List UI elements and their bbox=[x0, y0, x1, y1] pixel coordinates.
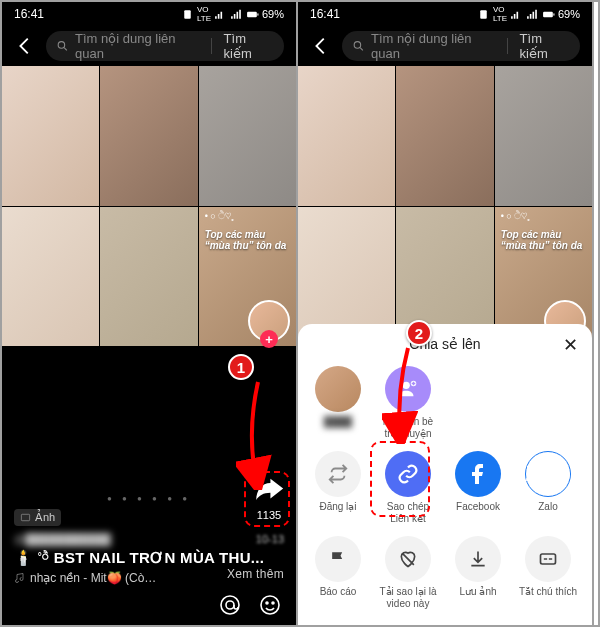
back-icon[interactable] bbox=[310, 35, 332, 57]
copy-link-label: Sao chép Liên kết bbox=[378, 501, 438, 524]
carousel-dots: ● ● ● ● ● ● bbox=[14, 494, 284, 503]
copy-link-item[interactable]: Sao chép Liên kết bbox=[378, 451, 438, 524]
share-sheet: Chia sẻ lên ✕ ████ Mời bạn bè trò chuyện… bbox=[298, 324, 592, 625]
audio-track[interactable]: nhạc nền - Mit🍑 (Cò… bbox=[14, 571, 227, 585]
status-time: 16:41 bbox=[310, 7, 340, 21]
signal-icon-2 bbox=[230, 8, 243, 21]
download-icon bbox=[455, 536, 501, 582]
duet-item[interactable]: Duet bbox=[588, 536, 592, 609]
annotation-badge-2: 2 bbox=[406, 320, 432, 346]
signal-icon bbox=[510, 8, 523, 21]
svg-point-13 bbox=[354, 42, 361, 49]
not-interested-label: Tắt chú thích bbox=[519, 586, 577, 598]
collage-tile bbox=[100, 66, 197, 206]
svg-rect-2 bbox=[257, 13, 258, 15]
phone-screenshot-left: 16:41 VOLTE 69% Tìm nội dung liên quan T… bbox=[2, 2, 298, 625]
share-contact-item[interactable]: ████ bbox=[308, 366, 368, 439]
facebook-label: Facebook bbox=[456, 501, 500, 513]
annotation-badge-1: 1 bbox=[228, 354, 254, 380]
battery-icon bbox=[246, 8, 259, 21]
svg-rect-1 bbox=[247, 11, 257, 16]
collage-tile bbox=[100, 207, 197, 347]
svg-rect-0 bbox=[184, 10, 191, 19]
status-bar: 16:41 VOLTE 69% bbox=[298, 2, 592, 26]
messenger-item[interactable]: Messenger bbox=[588, 451, 592, 524]
post-info: ● ● ● ● ● ● Ảnh @███████████ 10-13 🕯️ °੦… bbox=[2, 486, 296, 585]
zalo-item[interactable]: Zalo Zalo bbox=[518, 451, 578, 524]
music-note-icon bbox=[14, 572, 26, 584]
share-sheet-close[interactable]: ✕ bbox=[563, 334, 578, 356]
collage-tile bbox=[396, 66, 493, 206]
battery-percent: 69% bbox=[262, 8, 284, 20]
collage-tile bbox=[199, 66, 296, 206]
search-action[interactable]: Tìm kiếm bbox=[224, 31, 274, 61]
zalo-label: Zalo bbox=[538, 501, 557, 513]
dislike-icon bbox=[385, 536, 431, 582]
facebook-item[interactable]: Facebook bbox=[448, 451, 508, 524]
repost-icon bbox=[315, 451, 361, 497]
repost-video-item[interactable]: Tải sao lại là video này bbox=[378, 536, 438, 609]
photo-badge: Ảnh bbox=[14, 509, 61, 526]
status-bar: 16:41 VOLTE 69% bbox=[2, 2, 296, 26]
search-divider bbox=[211, 38, 212, 54]
top-bar: Tìm nội dung liên quan Tìm kiếm bbox=[298, 26, 592, 66]
svg-point-6 bbox=[226, 601, 234, 609]
link-icon bbox=[385, 451, 431, 497]
status-icons: VOLTE 69% bbox=[477, 5, 580, 23]
save-label: Lưu ảnh bbox=[459, 586, 496, 598]
phone-screenshot-right: 16:41 VOLTE 69% Tìm nội dung liên quan T… bbox=[298, 2, 594, 625]
svg-rect-12 bbox=[553, 13, 554, 15]
flag-icon bbox=[315, 536, 361, 582]
collage-deco: • ○ ੈ♡˳ bbox=[205, 211, 234, 222]
signal-icon bbox=[214, 8, 227, 21]
repost-item[interactable]: Đăng lại bbox=[308, 451, 368, 524]
see-more-link[interactable]: Xem thêm bbox=[227, 567, 284, 581]
back-icon[interactable] bbox=[14, 35, 36, 57]
collage-tile bbox=[495, 66, 592, 206]
save-item[interactable]: Lưu ảnh bbox=[448, 536, 508, 609]
not-interested-item[interactable]: Tắt chú thích bbox=[518, 536, 578, 609]
collage-tile bbox=[298, 66, 395, 206]
svg-rect-16 bbox=[541, 554, 556, 564]
svg-rect-11 bbox=[543, 11, 553, 16]
search-pill[interactable]: Tìm nội dung liên quan Tìm kiếm bbox=[46, 31, 284, 61]
top-bar: Tìm nội dung liên quan Tìm kiếm bbox=[2, 26, 296, 66]
search-placeholder: Tìm nội dung liên quan bbox=[75, 31, 199, 61]
annotation-arrow-2 bbox=[382, 344, 418, 444]
caption-off-icon bbox=[525, 536, 571, 582]
share-row-apps: Đăng lại Sao chép Liên kết Facebook Zalo… bbox=[298, 447, 592, 532]
author-avatar[interactable]: + bbox=[248, 300, 290, 342]
collage-deco: • ○ ੈ♡˳ bbox=[501, 211, 530, 222]
battery-icon bbox=[542, 8, 555, 21]
search-icon bbox=[352, 39, 365, 53]
bottom-action-bar bbox=[2, 585, 296, 625]
share-sheet-title: Chia sẻ lên bbox=[298, 336, 592, 352]
contact-label: ████ bbox=[324, 416, 352, 428]
signal-icon-2 bbox=[526, 8, 539, 21]
status-time: 16:41 bbox=[14, 7, 44, 21]
follow-plus-icon[interactable]: + bbox=[260, 330, 278, 348]
collage-tile bbox=[2, 66, 99, 206]
post-title: 🕯️ °੦ੈ BST NAIL TRƠN MÙA THU... Xem thêm bbox=[14, 549, 284, 567]
svg-point-8 bbox=[266, 602, 268, 604]
post-date: 10-13 bbox=[256, 533, 284, 545]
vibrate-icon bbox=[477, 8, 490, 21]
mention-icon[interactable] bbox=[218, 593, 242, 617]
search-action[interactable]: Tìm kiếm bbox=[520, 31, 570, 61]
svg-point-5 bbox=[221, 596, 239, 614]
repost-label: Đăng lại bbox=[319, 501, 356, 513]
collage-tile bbox=[2, 207, 99, 347]
contact-avatar bbox=[315, 366, 361, 412]
image-icon bbox=[20, 512, 31, 523]
search-pill[interactable]: Tìm nội dung liên quan Tìm kiếm bbox=[342, 31, 580, 61]
zalo-icon: Zalo bbox=[525, 451, 571, 497]
svg-rect-4 bbox=[21, 514, 29, 520]
svg-point-7 bbox=[261, 596, 279, 614]
search-placeholder: Tìm nội dung liên quan bbox=[371, 31, 495, 61]
report-item[interactable]: Báo cáo bbox=[308, 536, 368, 609]
emoji-icon[interactable] bbox=[258, 593, 282, 617]
svg-point-9 bbox=[272, 602, 274, 604]
svg-rect-10 bbox=[480, 10, 487, 19]
side-action-rail: + bbox=[248, 300, 290, 342]
vibrate-icon bbox=[181, 8, 194, 21]
